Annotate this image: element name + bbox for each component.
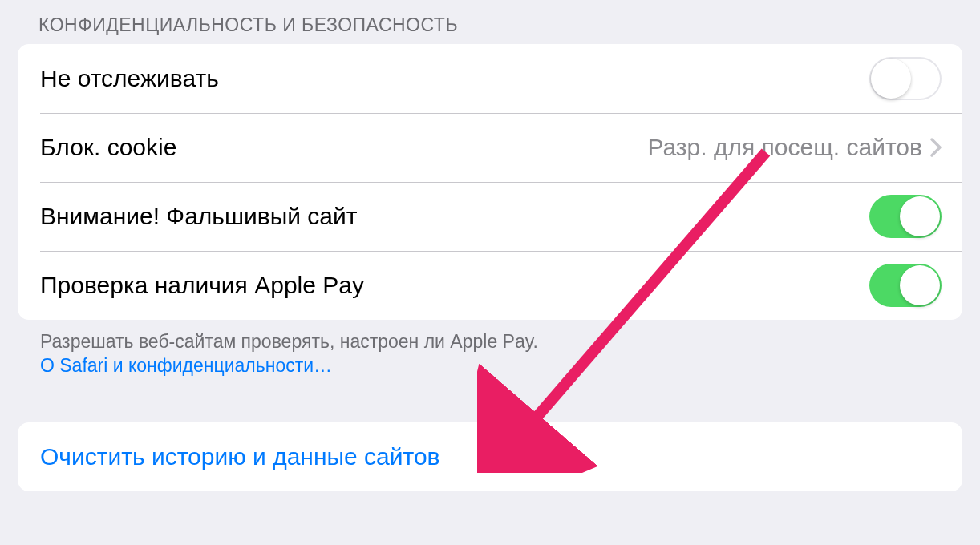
action-label: Очистить историю и данные сайтов bbox=[40, 443, 440, 470]
toggle-apple-pay-check[interactable] bbox=[869, 264, 942, 307]
row-block-cookie[interactable]: Блок. cookie Разр. для посещ. сайтов bbox=[18, 113, 962, 182]
row-label: Проверка наличия Apple Pay bbox=[40, 272, 869, 299]
row-value: Разр. для посещ. сайтов bbox=[648, 134, 923, 161]
footer-description: Разрешать веб-сайтам проверять, настроен… bbox=[40, 329, 962, 377]
footer-text-line: Разрешать веб-сайтам проверять, настроен… bbox=[40, 331, 538, 352]
row-label: Блок. cookie bbox=[40, 134, 648, 161]
footer-link-privacy[interactable]: О Safari и конфиденциальности… bbox=[40, 353, 962, 377]
row-apple-pay-check[interactable]: Проверка наличия Apple Pay bbox=[18, 251, 962, 320]
toggle-knob bbox=[871, 59, 911, 99]
toggle-knob bbox=[900, 196, 940, 236]
toggle-fraud-warning[interactable] bbox=[869, 195, 942, 238]
toggle-knob bbox=[900, 265, 940, 305]
row-label: Внимание! Фальшивый сайт bbox=[40, 203, 869, 230]
settings-group-action: Очистить историю и данные сайтов bbox=[18, 422, 962, 491]
row-fraud-warning[interactable]: Внимание! Фальшивый сайт bbox=[18, 182, 962, 251]
toggle-do-not-track[interactable] bbox=[869, 57, 942, 100]
row-do-not-track[interactable]: Не отслеживать bbox=[18, 44, 962, 113]
row-label: Не отслеживать bbox=[40, 65, 869, 92]
settings-group-privacy: Не отслеживать Блок. cookie Разр. для по… bbox=[18, 44, 962, 320]
row-clear-history[interactable]: Очистить историю и данные сайтов bbox=[18, 422, 962, 491]
section-header-privacy: КОНФИДЕНЦИАЛЬНОСТЬ И БЕЗОПАСНОСТЬ bbox=[38, 14, 962, 36]
chevron-right-icon bbox=[930, 138, 942, 157]
